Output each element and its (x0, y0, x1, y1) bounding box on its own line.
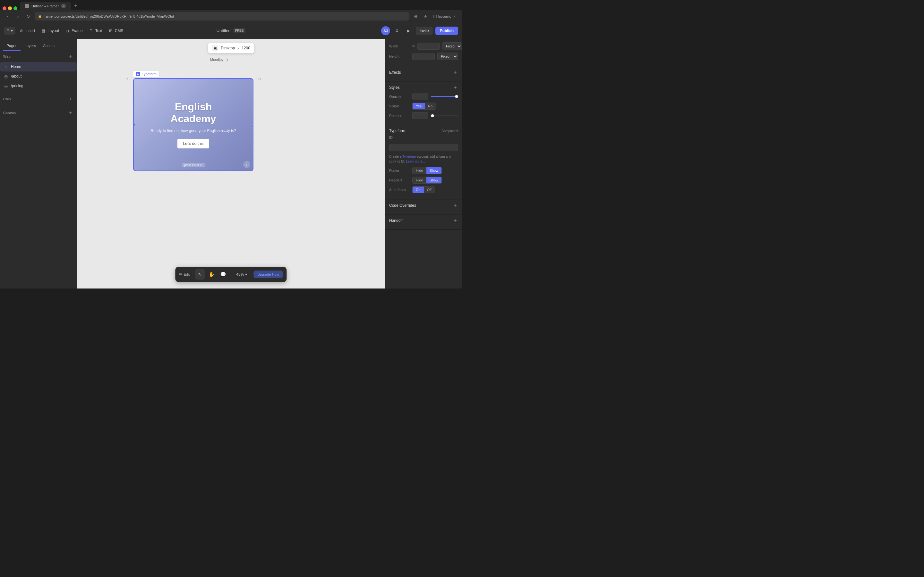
hand-icon: ✋ (208, 271, 215, 277)
height-label: Height (389, 55, 410, 58)
width-type-select[interactable]: Fixed Fill Auto (443, 42, 462, 50)
footer-show-button[interactable]: Show (426, 167, 442, 174)
add-effect-button[interactable]: + (452, 69, 458, 75)
code-overrides-section: Code Overrides + (385, 199, 462, 214)
forward-button[interactable]: › (14, 13, 22, 20)
learn-more-link[interactable]: Learn more... (406, 160, 425, 163)
play-button[interactable]: ▶ (404, 26, 413, 35)
headers-hide-button[interactable]: Hide (413, 177, 426, 183)
new-tab-button[interactable]: + (71, 1, 80, 10)
traffic-light-green[interactable] (13, 6, 17, 10)
avatar-button[interactable]: SJ (381, 26, 390, 35)
component-title: Typeform (389, 129, 405, 133)
bookmark-icon[interactable]: ★ (422, 13, 429, 20)
insert-button[interactable]: ⊕ Insert (16, 27, 37, 35)
address-bar[interactable]: 🔒 framer.com/projects/Untitled--mZ98oDWa… (35, 12, 409, 21)
traffic-light-red[interactable] (3, 6, 6, 10)
width-input[interactable]: 800 (417, 43, 440, 50)
height-type-select[interactable]: Fixed Fill Auto (437, 53, 458, 60)
width-resize-handle[interactable] (412, 45, 415, 47)
styles-title: Styles (389, 85, 400, 90)
typeform-container[interactable]: ▶ Typeform English Academy Ready to fi (133, 71, 254, 171)
add-canvas-button[interactable]: + (68, 110, 73, 116)
frame-button[interactable]: ◻ Frame (62, 27, 86, 35)
typeform-cta-button[interactable]: Let's do this (178, 139, 210, 148)
add-handoff-button[interactable]: + (452, 218, 458, 223)
height-input[interactable]: 600 (412, 53, 435, 60)
component-header: Typeform Component (389, 129, 458, 133)
add-page-button[interactable]: + (68, 53, 73, 59)
footer-row: Footer Hide Show (389, 167, 458, 174)
traffic-light-yellow[interactable] (8, 6, 12, 10)
rotate-handle-tr[interactable]: ↻ (258, 77, 261, 81)
select-tool-button[interactable]: ↖ (195, 269, 205, 279)
headers-row: Headers Hide Show (389, 177, 458, 184)
tab-layers[interactable]: Layers (21, 42, 39, 51)
tab-pages[interactable]: Pages (3, 42, 21, 51)
upgrade-button[interactable]: Upgrade Now (254, 271, 283, 278)
hand-tool-button[interactable]: ✋ (206, 269, 216, 279)
zoom-display[interactable]: 48% ▾ (234, 271, 250, 278)
autofocus-off-button[interactable]: Off (424, 187, 435, 193)
publish-button[interactable]: Publish (435, 27, 458, 35)
nav-item-pricing[interactable]: ◎ /pricing (0, 81, 77, 91)
description-text: Create a Typeform account, add a form an… (389, 154, 458, 164)
edit-tool-button[interactable]: ✏ Edit (179, 269, 189, 279)
cms-button[interactable]: ⊞ CMS (105, 27, 126, 35)
menu-icon[interactable]: ⋮ (451, 13, 458, 20)
styles-section: Styles + Opacity 1 Visible Yes No (385, 81, 462, 125)
browser-tabs: Untitled – Framer × + (0, 0, 462, 10)
canvas[interactable]: ▣ Desktop ▾ 1200 Moodjoy :-) ▶ Typeform (77, 39, 385, 288)
text-button[interactable]: T Text (86, 27, 105, 35)
invite-button[interactable]: Invite (416, 27, 433, 35)
text-icon: T (89, 28, 94, 33)
insert-label: Insert (25, 29, 35, 33)
dimensions-section: Width 800 Fixed Fill Auto (385, 39, 462, 66)
frame-icon: ◻ (65, 28, 70, 33)
rotation-slider[interactable] (431, 115, 458, 116)
refresh-button[interactable]: ↻ (24, 13, 32, 20)
autofocus-on-button[interactable]: On (413, 187, 424, 193)
tab-assets[interactable]: Assets (40, 42, 58, 51)
opacity-thumb[interactable] (455, 95, 458, 98)
rotate-handle-tl[interactable]: ↺ (126, 77, 129, 81)
layout-button[interactable]: ▦ Layout (38, 27, 61, 35)
preview-bar[interactable]: ▣ Desktop ▾ 1200 (208, 43, 254, 53)
tab-favicon (25, 4, 29, 8)
width-label: Width (389, 44, 410, 48)
handoff-title: Handoff (389, 218, 403, 223)
effects-section: Effects + (385, 66, 462, 81)
settings-button[interactable]: ⚙ (393, 26, 402, 35)
id-input[interactable]: R2s5BM (389, 144, 458, 151)
rotation-input[interactable]: 0° (412, 112, 428, 119)
browser-tab[interactable]: Untitled – Framer × (20, 2, 71, 10)
opacity-slider[interactable] (431, 96, 458, 97)
cast-icon[interactable]: ⊕ (412, 13, 420, 20)
opacity-input[interactable]: 1 (412, 93, 428, 100)
selector-button[interactable]: ⊞ ▾ (4, 27, 15, 35)
rotation-thumb[interactable] (431, 114, 434, 117)
back-button[interactable]: ‹ (4, 13, 11, 20)
typeform-link[interactable]: Typeform (402, 155, 416, 158)
typeform-nav-button[interactable]: ↓ (243, 161, 250, 168)
account-icon[interactable]: Incognito (441, 13, 449, 20)
nav-item-home[interactable]: ⌂ Home (0, 62, 77, 71)
tab-close[interactable]: × (61, 4, 66, 8)
headers-show-button[interactable]: Show (426, 177, 442, 183)
nav-item-about[interactable]: ◎ /about (0, 71, 77, 81)
toolbar: ⊞ ▾ ⊕ Insert ▦ Layout ◻ Frame T Text ⊞ C… (0, 23, 462, 39)
add-style-button[interactable]: + (452, 85, 458, 90)
visible-no-button[interactable]: No (425, 103, 436, 109)
visible-yes-button[interactable]: Yes (413, 103, 425, 109)
extensions-icon[interactable]: ⬡ (431, 13, 439, 20)
url-text: framer.com/projects/Untitled--mZ98oDWaPJ… (44, 15, 174, 18)
typeform-frame[interactable]: English Academy Ready to find out how go… (133, 78, 254, 171)
canvas-inner: ▣ Desktop ▾ 1200 Moodjoy :-) ▶ Typeform (77, 39, 385, 288)
comment-tool-button[interactable]: 💬 (218, 269, 228, 279)
typeform-label-chip[interactable]: ▶ Typeform (133, 71, 159, 77)
footer-hide-button[interactable]: Hide (413, 167, 426, 174)
cms-section-title: CMS (3, 97, 11, 101)
add-override-button[interactable]: + (452, 203, 458, 208)
add-cms-button[interactable]: + (68, 96, 73, 102)
rotation-label: Rotation (389, 114, 410, 118)
